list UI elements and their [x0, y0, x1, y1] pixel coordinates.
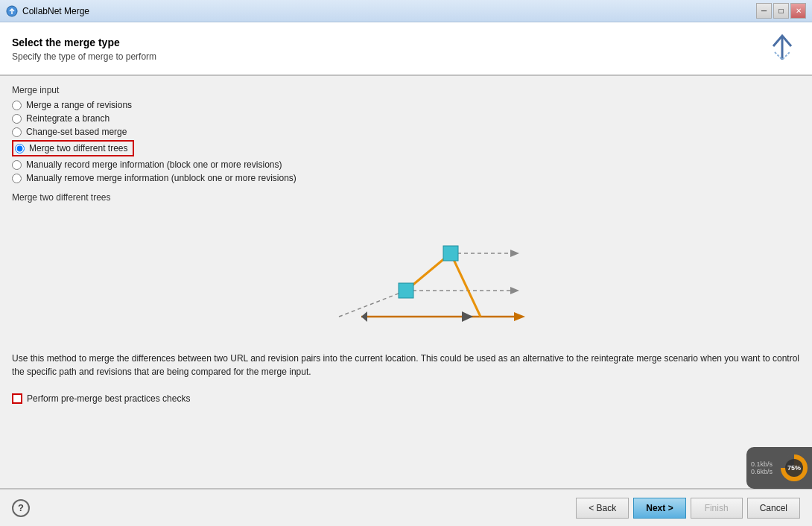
close-button[interactable]: ✕ — [790, 3, 806, 19]
checkbox-section: Perform pre-merge best practices checks — [12, 387, 800, 410]
merge-input-label: Merge input — [12, 85, 800, 95]
next-button[interactable]: Next > — [633, 498, 685, 519]
svg-marker-2 — [510, 250, 519, 257]
selected-radio-box[interactable]: Merge two different trees — [12, 140, 134, 156]
footer-right: < Back Next > Finish Cancel — [576, 498, 800, 519]
title-bar: CollabNet Merge ─ □ ✕ — [0, 0, 812, 22]
radio-manually-record[interactable] — [12, 160, 22, 170]
description-text: Use this method to merge the differences… — [12, 352, 800, 378]
speed-widget: 0.1kb/s 0.6kb/s 75% — [746, 447, 812, 489]
svg-marker-6 — [514, 312, 525, 321]
speed-gauge: 75% — [781, 454, 808, 481]
radio-changeset[interactable] — [12, 127, 22, 137]
radio-manually-remove[interactable] — [12, 174, 22, 183]
dialog-title: Select the merge type — [12, 37, 156, 48]
svg-rect-14 — [399, 283, 413, 298]
radio-label-1: Merge a range of revisions — [26, 100, 132, 110]
radio-item-4-container: Merge two different trees — [12, 140, 800, 156]
svg-rect-13 — [443, 246, 458, 261]
cancel-button[interactable]: Cancel — [747, 498, 800, 519]
svg-marker-4 — [510, 287, 519, 294]
download-speed: 0.6kb/s — [751, 468, 778, 475]
window-controls: ─ □ ✕ — [756, 3, 806, 19]
upload-speed: 0.1kb/s — [751, 460, 778, 468]
radio-item-6[interactable]: Manually remove merge information (unblo… — [12, 173, 800, 183]
dialog-subtitle: Specify the type of merge to perform — [12, 51, 156, 62]
minimize-button[interactable]: ─ — [756, 3, 772, 19]
radio-merge-range[interactable] — [12, 101, 22, 110]
diagram-container — [12, 209, 800, 343]
help-button[interactable]: ? — [12, 499, 30, 517]
radio-group: Merge a range of revisions Reintegrate a… — [12, 100, 800, 183]
radio-label-6: Manually remove merge information (unblo… — [26, 173, 296, 183]
checkbox-label: Perform pre-merge best practices checks — [27, 393, 190, 404]
radio-reintegrate[interactable] — [12, 114, 22, 124]
app-title: CollabNet Merge — [22, 6, 756, 16]
merge-diagram — [257, 209, 555, 343]
radio-label-3: Change-set based merge — [26, 127, 127, 137]
svg-line-9 — [339, 291, 406, 317]
header-icon — [764, 31, 800, 67]
app-icon — [6, 5, 18, 17]
dialog-header: Select the merge type Specify the type o… — [0, 22, 812, 75]
dialog-body: Select the merge type Specify the type o… — [0, 22, 812, 526]
dialog-footer: ? < Back Next > Finish Cancel — [0, 489, 812, 526]
svg-marker-7 — [462, 311, 473, 322]
radio-item-2[interactable]: Reintegrate a branch — [12, 113, 800, 124]
radio-label-4: Merge two different trees — [29, 143, 128, 153]
merge-type-description: Merge two different trees — [12, 192, 800, 203]
speed-percent: 75% — [787, 464, 801, 472]
back-button[interactable]: < Back — [576, 498, 629, 519]
footer-left: ? — [12, 499, 30, 517]
radio-item-3[interactable]: Change-set based merge — [12, 127, 800, 137]
svg-line-12 — [451, 253, 480, 317]
svg-marker-8 — [361, 311, 367, 322]
radio-label-5: Manually record merge information (block… — [26, 159, 282, 170]
dialog-content: Merge input Merge a range of revisions R… — [0, 76, 812, 488]
radio-item-1[interactable]: Merge a range of revisions — [12, 100, 800, 110]
checkbox-item[interactable]: Perform pre-merge best practices checks — [12, 393, 800, 404]
header-text: Select the merge type Specify the type o… — [12, 37, 156, 62]
radio-item-5[interactable]: Manually record merge information (block… — [12, 159, 800, 170]
maximize-button[interactable]: □ — [773, 3, 789, 19]
radio-label-2: Reintegrate a branch — [26, 113, 110, 124]
pre-merge-checkbox-box[interactable] — [12, 393, 22, 404]
finish-button[interactable]: Finish — [691, 498, 743, 519]
radio-merge-trees[interactable] — [15, 144, 25, 153]
